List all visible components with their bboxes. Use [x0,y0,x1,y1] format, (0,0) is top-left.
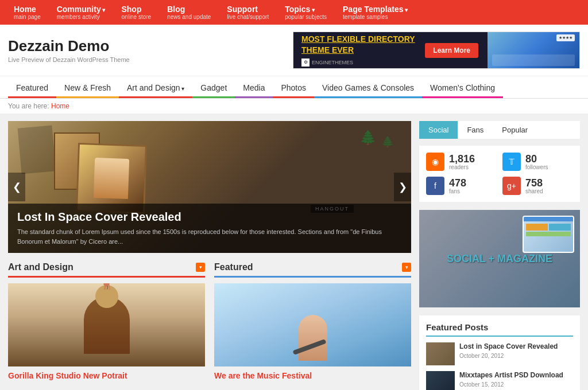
top-nav-label-blog: Blog [167,5,211,14]
social-icon-facebook[interactable]: f [426,177,444,195]
slider-deco-1 [18,126,56,174]
main-content: 🌲 🌲 HANGOUT ❮ ❯ Lost In Space Cover Reve… [0,114,588,390]
cat-nav-item-video-games[interactable]: Video Games & Consoles [314,76,422,98]
featured-rss-icon[interactable]: ▾ [402,263,411,272]
featured-post-date-post2: October 15, 2012 [459,381,563,388]
music-bg [214,283,411,366]
social-tab-fans[interactable]: Fans [458,121,493,139]
cat-nav-underline-video-games [314,96,422,98]
cat-nav-item-womens-clothing[interactable]: Women's Clothing [422,76,503,98]
social-count-googleplus: 758 [525,178,543,188]
art-design-post-image: 🦌 [8,283,205,366]
social-item-rss: ◉ 1,816 readers [426,153,497,171]
sidebar-ad-device-content [524,221,573,239]
social-icon-twitter[interactable]: 𝕋 [502,153,521,171]
cat-nav-underline-art-design [119,96,192,98]
slider-face-obj [94,158,129,199]
sidebar: SocialFansPopular ◉ 1,816 readers 𝕋 80 f… [419,121,580,390]
top-navigation: Homemain pageCommunitymembers activitySh… [0,0,588,25]
cat-nav-item-featured[interactable]: Featured [8,76,56,98]
art-figure-crown: 🦌 [99,283,114,290]
featured-slider: 🌲 🌲 HANGOUT ❮ ❯ Lost In Space Cover Reve… [8,121,411,253]
cat-nav-item-new-fresh[interactable]: New & Fresh [56,76,119,98]
art-design-post-title[interactable]: Gorilla King Studio New Potrait [8,371,127,380]
slider-description: The standard chunk of Lorem Ipsum used s… [17,227,402,246]
top-nav-item-shop[interactable]: Shoponline store [113,0,159,25]
featured-header: Featured ▾ [214,262,411,278]
social-icon-googleplus[interactable]: g+ [502,177,521,195]
top-nav-item-home[interactable]: Homemain page [6,0,49,25]
banner-image-inner: ★★★★ [488,32,579,69]
social-tab-social[interactable]: Social [419,121,458,139]
music-figure [214,283,411,366]
content-area: 🌲 🌲 HANGOUT ❮ ❯ Lost In Space Cover Reve… [8,121,411,390]
art-design-header: Art and Design ▾ [8,262,205,278]
cat-nav-label-new-fresh: New & Fresh [64,83,111,92]
cat-nav-item-gadget[interactable]: Gadget [192,76,235,98]
social-icon-rss[interactable]: ◉ [426,153,444,171]
cat-nav-underline-new-fresh [56,96,119,98]
cat-nav-label-photos: Photos [281,83,306,92]
sidebar-ad-deco-1 [526,224,548,231]
featured-post-image [214,283,411,366]
sidebar-ad-label-text2: MAGAZINE [497,253,552,264]
banner-title: MOST FLEXIBLE DIRECTORY THEME EVER [301,34,417,54]
cat-nav-label-featured: Featured [16,83,48,92]
social-widget: SocialFansPopular ◉ 1,816 readers 𝕋 80 f… [419,121,580,202]
top-nav-sublabel-support: live chat/support [227,14,269,20]
social-label-rss: readers [449,164,475,170]
top-nav-item-community[interactable]: Communitymembers activity [49,0,114,25]
social-item-twitter: 𝕋 80 followers [502,153,573,171]
social-label-facebook: fans [449,188,466,194]
engine-logo-icon: ⚙ [301,58,310,67]
learn-more-button[interactable]: Learn More [425,43,478,58]
banner-highlight: FLEXIBLE [327,34,366,44]
top-nav-sublabel-shop: online store [121,14,151,20]
music-person [299,315,327,361]
top-nav-item-page-templates[interactable]: Page Templatestemplate samples [335,0,416,25]
site-subtitle: Live Preview of Dezzain WordPress Theme [8,56,130,63]
top-nav-item-support[interactable]: Supportlive chat/support [219,0,277,25]
top-nav-label-support: Support [227,5,269,14]
cat-nav-underline-womens-clothing [422,96,503,98]
cat-nav-underline-featured [8,96,56,98]
social-label-googleplus: shared [525,188,543,194]
top-nav-item-blog[interactable]: Blognews and update [159,0,219,25]
top-nav-item-topics[interactable]: Topicspopular subjects [277,0,335,25]
art-design-section: Art and Design ▾ 🦌 Gorilla King Studio N… [8,262,205,380]
social-stats-twitter: 80 followers [525,154,548,170]
featured-post-title-post1[interactable]: Lost in Space Cover Revealed [459,342,558,352]
site-branding: Dezzain Demo Live Preview of Dezzain Wor… [8,37,130,63]
cat-nav-underline-media [235,96,273,98]
top-nav-label-community: Community [57,5,106,14]
featured-posts-widget: Featured Posts Lost in Space Cover Revea… [419,315,580,390]
slider-overlay: Lost In Space Cover Revealed The standar… [8,204,411,253]
top-nav-sublabel-home: main page [14,14,41,20]
featured-section: Featured ▾ We are the Music Festival [214,262,411,380]
breadcrumb-home-link[interactable]: Home [51,102,69,110]
cat-nav-underline-gadget [192,96,235,98]
breadcrumb: You are here: Home [0,99,588,114]
top-nav-label-home: Home [14,5,41,14]
art-figure-body: 🦌 [84,297,130,354]
cat-nav-item-photos[interactable]: Photos [273,76,314,98]
top-nav-sublabel-topics: popular subjects [285,14,327,20]
header-banner: MOST FLEXIBLE DIRECTORY THEME EVER ⚙ ENG… [293,32,580,69]
slider-prev-button[interactable]: ❮ [8,173,25,201]
site-header: Dezzain Demo Live Preview of Dezzain Wor… [0,25,588,76]
social-tab-popular[interactable]: Popular [493,121,537,139]
featured-posts-title: Featured Posts [426,322,573,337]
social-count-twitter: 80 [525,154,548,164]
featured-post-title[interactable]: We are the Music Festival [214,371,312,380]
cat-nav-item-media[interactable]: Media [235,76,273,98]
social-item-googleplus: g+ 758 shared [502,177,573,195]
cat-nav-item-art-design[interactable]: Art and Design [119,76,192,98]
featured-post-info-post2: Mixxtapes Artist PSD Download October 15… [459,371,563,388]
sidebar-ad-deco-3 [526,232,571,236]
featured-post-title-post2[interactable]: Mixxtapes Artist PSD Download [459,371,563,380]
slider-next-button[interactable]: ❯ [394,173,411,201]
sidebar-ad-device [523,216,574,253]
art-design-rss-icon[interactable]: ▾ [196,263,205,272]
featured-post-thumb-post1 [426,342,455,365]
banner-content: MOST FLEXIBLE DIRECTORY THEME EVER ⚙ ENG… [293,32,425,69]
